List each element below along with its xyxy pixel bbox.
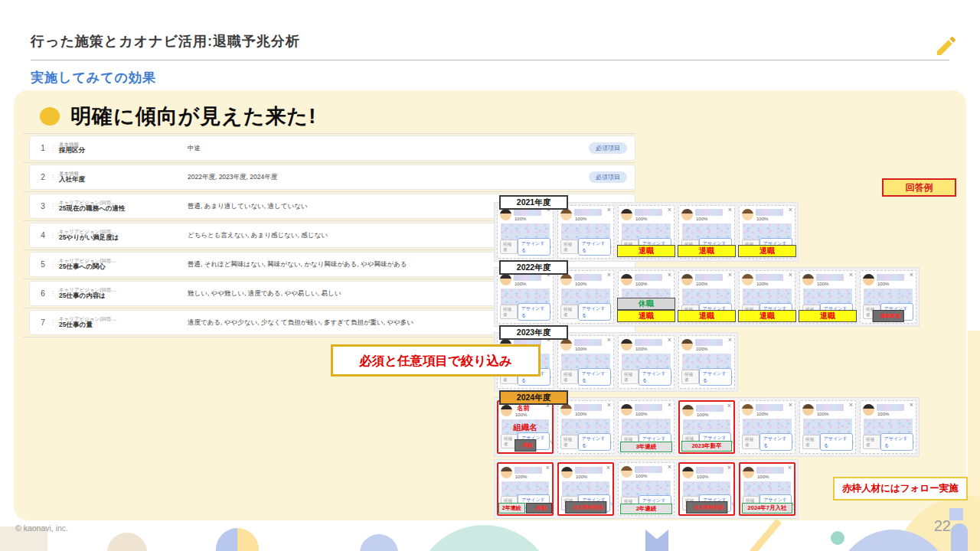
drag-handle-icon[interactable]: ⋮⋮ (50, 145, 59, 152)
close-icon[interactable]: × (728, 271, 732, 279)
card-actions: 候補者アサインする (742, 433, 792, 451)
talent-card[interactable]: 100%×1. あまり適していない候補者アサインする (739, 400, 795, 454)
year-panel: 2024年度名前100%×組織名1. あまり適していない候補者アサインする→異動… (494, 397, 920, 457)
close-icon[interactable]: × (727, 464, 731, 471)
talent-card[interactable]: 100%×1. あまり適していない候補者アサインする3年連続 (618, 400, 675, 454)
close-icon[interactable]: × (606, 464, 610, 471)
talent-card[interactable]: 100%×1. あまり適していない候補者アサインする退職 (678, 270, 735, 324)
talent-card[interactable]: 100%×1. あまり適していない候補者アサインする休職退職 (618, 270, 675, 324)
candidate-pill[interactable]: 候補者 (500, 240, 518, 254)
row-labels: 基本情報採用区分 (59, 142, 180, 155)
avatar-icon (501, 467, 512, 478)
close-icon[interactable]: × (607, 206, 611, 214)
close-icon[interactable]: × (849, 271, 853, 279)
talent-card[interactable]: 100%×1. あまり適していない候補者アサインする退職 (739, 270, 795, 324)
drag-handle-icon[interactable]: ⋮⋮ (50, 261, 59, 268)
talent-card[interactable]: 100%×1. あまり適していない候補者アサインする (497, 270, 554, 324)
talent-card[interactable]: 100%×1. あまり適していない候補者アサインする→自主降格受諾 (678, 462, 735, 516)
close-icon[interactable]: × (546, 464, 550, 471)
drag-handle-icon[interactable]: ⋮⋮ (50, 174, 59, 181)
close-icon[interactable]: × (789, 206, 792, 214)
talent-card[interactable]: 100%×1. 適していない候補者アサインする→職掌変更 (860, 270, 916, 324)
talent-card[interactable]: 100%×1. あまり適していない候補者アサインする (557, 335, 614, 389)
name-blurred (635, 404, 662, 411)
talent-card[interactable]: 100%×1. あまり適していない候補者アサインする (497, 205, 554, 259)
talent-card[interactable]: 100%×1. あまり適していない候補者アサインする (678, 335, 735, 389)
close-icon[interactable]: × (849, 401, 853, 409)
deco-yellow-diagonal (741, 519, 782, 551)
status-badge: 退職 (799, 310, 857, 322)
assign-button[interactable]: アサインする (518, 238, 550, 256)
assign-button[interactable]: アサインする (578, 433, 611, 451)
close-icon[interactable]: × (607, 271, 611, 279)
candidate-pill[interactable]: 候補者 (560, 305, 578, 319)
close-icon[interactable]: × (668, 206, 671, 214)
candidate-pill[interactable]: 候補者 (742, 435, 760, 449)
name-blurred (635, 466, 662, 473)
close-icon[interactable]: × (789, 271, 792, 279)
talent-card[interactable]: 名前100%×組織名1. あまり適していない候補者アサインする→異動 (497, 400, 554, 454)
close-icon[interactable]: × (668, 271, 671, 279)
close-icon[interactable]: × (910, 401, 913, 409)
drag-handle-icon[interactable]: ⋮⋮ (50, 319, 59, 326)
avatar-icon (681, 339, 693, 350)
drag-handle-icon[interactable]: ⋮⋮ (50, 290, 59, 297)
close-icon[interactable]: × (910, 271, 913, 279)
close-icon[interactable]: × (668, 463, 671, 471)
talent-card[interactable]: 100%×1. 適していない候補者アサインする退職 (739, 205, 795, 259)
candidate-pill[interactable]: 候補者 (802, 435, 820, 449)
assign-button[interactable]: アサインする (760, 433, 792, 451)
candidate-pill[interactable]: 候補者 (681, 370, 699, 384)
talent-card[interactable]: 100%×1. あまり適していない候補者アサインする2023年新卒 (678, 400, 735, 454)
filter-row[interactable]: 1⋮⋮基本情報採用区分中途必須項目 (29, 135, 635, 161)
avatar-icon (681, 209, 693, 220)
candidate-pill[interactable]: 候補者 (621, 370, 639, 384)
talent-card[interactable]: 100%×1. あまり適していない候補者アサインする退職 (799, 270, 856, 324)
filter-callout: 必須と任意項目で絞り込み (331, 344, 541, 377)
assign-button[interactable]: アサインする (578, 368, 611, 386)
close-icon[interactable]: × (788, 464, 792, 471)
close-icon[interactable]: × (789, 401, 792, 409)
candidate-pill[interactable]: 候補者 (500, 305, 518, 319)
close-icon[interactable]: × (728, 206, 732, 214)
close-icon[interactable]: × (668, 401, 671, 409)
talent-card[interactable]: 100%×1. あまり適していない候補者アサインする退職 (678, 205, 735, 259)
row-number: 6 (36, 289, 50, 298)
close-icon[interactable]: × (607, 401, 611, 409)
close-icon[interactable]: × (607, 336, 611, 344)
close-icon[interactable]: × (728, 336, 732, 344)
slide-title: 行った施策とカオナビ活用:退職予兆分析 (31, 32, 300, 51)
talent-card[interactable]: 100%×1. あまり適していない候補者アサインする (557, 270, 614, 324)
talent-card[interactable]: 100%×1. あまり適していない候補者アサインする (799, 400, 856, 454)
assign-button[interactable]: アサインする (578, 238, 611, 256)
candidate-pill[interactable]: 候補者 (560, 370, 578, 384)
candidate-pill[interactable]: 候補者 (560, 240, 578, 254)
assign-button[interactable]: アサインする (639, 368, 671, 386)
candidate-pill[interactable]: 候補者 (560, 435, 578, 449)
talent-card[interactable]: 100%×1. あまり適していない候補者アサインする (618, 335, 675, 389)
close-icon[interactable]: × (668, 336, 671, 344)
talent-card[interactable]: 100%×1. あまり適していない候補者アサインする退職 (618, 205, 675, 259)
assign-button[interactable]: アサインする (820, 433, 853, 451)
row-labels: キャリアビジョン(回答…25仕事の内容は (59, 287, 180, 300)
assign-button[interactable]: アサインする (880, 433, 913, 451)
talent-card[interactable]: 100%×1. あまり適していない候補者アサインする2年連続→異動 (497, 462, 554, 516)
status-badge: 退職 (617, 310, 675, 322)
assign-button[interactable]: アサインする (578, 303, 611, 321)
talent-card[interactable]: 100%×1. あまり適していない候補者アサインする2024年7月入社 (739, 462, 795, 516)
drag-handle-icon[interactable]: ⋮⋮ (50, 232, 59, 239)
avatar-icon (802, 404, 814, 416)
filter-row[interactable]: 2⋮⋮基本情報入社年度2022年度, 2023年度, 2024年度必須項目 (29, 165, 635, 190)
assign-button[interactable]: アサインする (518, 303, 550, 321)
drag-handle-icon[interactable]: ⋮⋮ (50, 203, 59, 210)
close-icon[interactable]: × (727, 402, 731, 409)
talent-card[interactable]: 100%×1. あまり適していない候補者アサインする (557, 205, 614, 259)
org-placeholder: 組織名 (498, 422, 552, 433)
talent-card[interactable]: 100%×1. あまり適していない候補者アサインする→自主降格受諾 (557, 462, 614, 516)
talent-card[interactable]: 100%×1. あまり適していない候補者アサインする2年連続 (618, 462, 675, 516)
row-number: 4 (36, 231, 50, 240)
talent-card[interactable]: 100%×1. あまり適していない候補者アサインする (860, 400, 916, 454)
assign-button[interactable]: アサインする (699, 368, 732, 386)
candidate-pill[interactable]: 候補者 (863, 435, 880, 449)
talent-card[interactable]: 100%×1. あまり適していない候補者アサインする (557, 400, 614, 454)
